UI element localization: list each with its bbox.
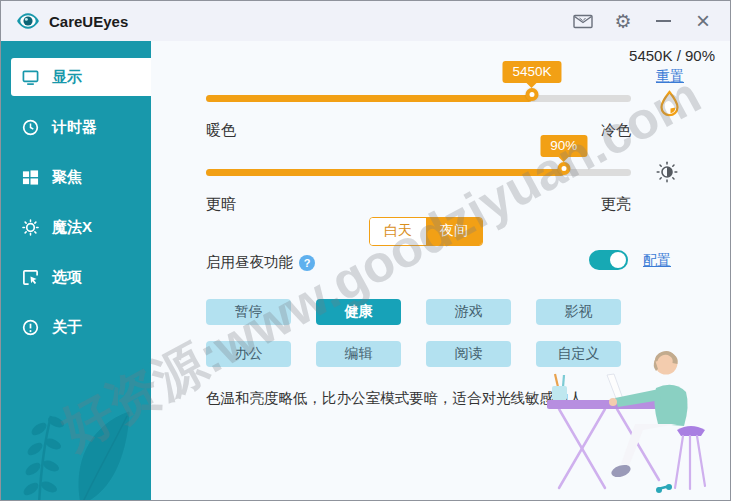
- sidebar-item-timer[interactable]: 计时器: [11, 108, 151, 146]
- reset-link[interactable]: 重置: [656, 68, 684, 86]
- color-droplet-icon: [658, 90, 681, 121]
- brightness-value-badge: 90%: [540, 135, 587, 157]
- sidebar: 显示 计时器 聚焦: [1, 41, 151, 500]
- app-logo-eye-icon: [15, 8, 41, 34]
- app-title: CareUEyes: [49, 13, 128, 30]
- brightness-slider-fill: [206, 169, 564, 176]
- schedule-row: 启用昼夜功能 ?: [206, 253, 315, 272]
- main-panel: 5450K / 90% 重置 5450K 暖色 冷色 90%: [151, 41, 730, 500]
- sidebar-item-label: 计时器: [52, 118, 97, 137]
- preset-office-button[interactable]: 办公: [206, 341, 291, 367]
- sidebar-item-label: 聚焦: [52, 168, 82, 187]
- darker-label: 更暗: [206, 195, 236, 214]
- focus-windows-icon: [22, 169, 39, 186]
- configure-link[interactable]: 配置: [643, 252, 671, 270]
- sidebar-item-label: 选项: [52, 268, 82, 287]
- night-button[interactable]: 夜间: [426, 218, 482, 245]
- timer-icon: [22, 119, 39, 136]
- sidebar-item-magic[interactable]: 魔法X: [11, 208, 151, 246]
- current-values-readout: 5450K / 90%: [629, 47, 715, 64]
- sidebar-item-label: 魔法X: [52, 218, 92, 237]
- toggle-knob: [610, 252, 626, 268]
- careueyes-window: CareUEyes ⚙ × 显示: [0, 0, 731, 501]
- desk-illustration: [509, 346, 724, 496]
- sidebar-item-about[interactable]: 关于: [11, 308, 151, 346]
- sidebar-item-options[interactable]: 选项: [11, 258, 151, 296]
- leaf-decoration: [1, 354, 151, 500]
- preset-reading-button[interactable]: 阅读: [426, 341, 511, 367]
- titlebar: CareUEyes ⚙ ×: [1, 1, 730, 41]
- close-icon[interactable]: ×: [690, 8, 716, 34]
- temperature-slider-thumb[interactable]: [525, 88, 538, 101]
- temperature-slider-track[interactable]: [206, 95, 631, 102]
- preset-health-button[interactable]: 健康: [316, 299, 401, 325]
- schedule-toggle[interactable]: [589, 250, 628, 270]
- temperature-slider-fill: [206, 95, 532, 102]
- sidebar-item-focus[interactable]: 聚焦: [11, 158, 151, 196]
- brightness-slider-thumb[interactable]: [557, 162, 570, 175]
- temperature-value-badge: 5450K: [502, 61, 561, 83]
- minimize-icon[interactable]: [650, 8, 676, 34]
- sidebar-item-display[interactable]: 显示: [11, 58, 151, 96]
- brightness-icon: [655, 160, 679, 188]
- help-icon[interactable]: ?: [299, 255, 315, 271]
- display-icon: [22, 69, 39, 86]
- preset-game-button[interactable]: 游戏: [426, 299, 511, 325]
- options-cursor-icon: [22, 269, 39, 286]
- sidebar-item-label: 显示: [52, 68, 82, 87]
- brighter-label: 更亮: [601, 195, 631, 214]
- feedback-mail-icon[interactable]: [570, 8, 596, 34]
- schedule-label: 启用昼夜功能: [206, 253, 293, 272]
- sun-icon: [22, 219, 39, 236]
- sidebar-item-label: 关于: [52, 318, 82, 337]
- about-info-icon: [22, 319, 39, 336]
- preset-pause-button[interactable]: 暂停: [206, 299, 291, 325]
- settings-gear-icon[interactable]: ⚙: [610, 8, 636, 34]
- day-button[interactable]: 白天: [370, 218, 426, 245]
- day-night-switch: 白天 夜间: [369, 217, 483, 246]
- preset-movie-button[interactable]: 影视: [536, 299, 621, 325]
- preset-edit-button[interactable]: 编辑: [316, 341, 401, 367]
- brightness-slider[interactable]: 90% 更暗 更亮: [206, 135, 631, 230]
